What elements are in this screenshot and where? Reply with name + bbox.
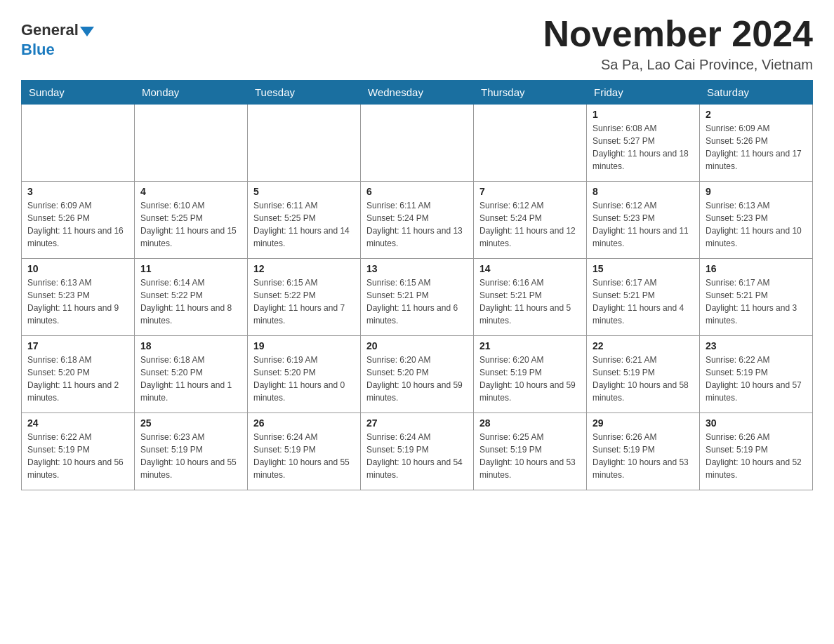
calendar-table: Sunday Monday Tuesday Wednesday Thursday… [21,80,813,490]
day-info-line: Sunset: 5:26 PM [27,212,128,224]
day-info-line: Sunset: 5:27 PM [593,135,694,147]
day-number: 3 [27,186,128,197]
day-info-line: Sunset: 5:22 PM [253,289,355,302]
day-info-line: Sunset: 5:19 PM [706,366,807,379]
day-info-line: Sunrise: 6:22 AM [27,431,128,443]
day-info-line: Sunrise: 6:24 AM [366,431,468,443]
day-info-line: Sunset: 5:19 PM [479,443,581,456]
day-info-line: Daylight: 11 hours and 18 minutes. [593,147,694,173]
day-number: 5 [253,186,355,197]
day-number: 13 [366,263,468,274]
day-number: 19 [253,340,355,351]
day-info-line: Sunrise: 6:23 AM [140,431,241,443]
day-info-line: Daylight: 10 hours and 59 minutes. [366,379,468,404]
day-info-line: Sunrise: 6:22 AM [706,354,807,366]
day-number: 7 [479,186,581,197]
calendar-cell [361,105,474,182]
day-info-line: Sunset: 5:19 PM [140,443,241,456]
day-number: 27 [366,417,468,429]
day-info-line: Sunset: 5:20 PM [27,366,128,379]
day-info-line: Daylight: 10 hours and 59 minutes. [479,379,581,404]
day-info-line: Sunrise: 6:08 AM [593,122,694,135]
day-info-line: Sunrise: 6:09 AM [27,199,128,212]
day-info-line: Daylight: 11 hours and 0 minutes. [253,379,355,404]
calendar-cell: 18Sunrise: 6:18 AMSunset: 5:20 PMDayligh… [135,336,248,413]
logo: General Blue [21,21,94,59]
day-info-line: Daylight: 10 hours and 54 minutes. [366,456,468,481]
calendar-cell: 8Sunrise: 6:12 AMSunset: 5:23 PMDaylight… [587,182,700,259]
week-row-1: 1Sunrise: 6:08 AMSunset: 5:27 PMDaylight… [22,105,813,182]
day-info-line: Daylight: 10 hours and 53 minutes. [479,456,581,481]
day-info-line: Daylight: 11 hours and 2 minutes. [27,379,128,404]
day-info-line: Sunset: 5:23 PM [706,212,807,224]
day-info-line: Sunset: 5:19 PM [593,366,694,379]
calendar-cell: 28Sunrise: 6:25 AMSunset: 5:19 PMDayligh… [474,413,587,490]
day-info-line: Sunrise: 6:15 AM [253,276,355,289]
day-info-line: Sunrise: 6:11 AM [366,199,468,212]
day-number: 8 [593,186,694,197]
day-info-line: Sunset: 5:20 PM [140,366,241,379]
day-number: 14 [479,263,581,274]
calendar-cell: 15Sunrise: 6:17 AMSunset: 5:21 PMDayligh… [587,259,700,336]
day-info-line: Sunrise: 6:12 AM [593,199,694,212]
day-info-line: Sunrise: 6:10 AM [140,199,241,212]
header-friday: Friday [587,81,700,105]
calendar-cell: 27Sunrise: 6:24 AMSunset: 5:19 PMDayligh… [361,413,474,490]
day-number: 28 [479,417,581,429]
day-info-line: Daylight: 11 hours and 10 minutes. [706,224,807,250]
day-info-line: Sunrise: 6:15 AM [366,276,468,289]
day-info-line: Sunset: 5:21 PM [593,289,694,302]
calendar-cell: 4Sunrise: 6:10 AMSunset: 5:25 PMDaylight… [135,182,248,259]
day-info-line: Sunrise: 6:13 AM [706,199,807,212]
day-info-line: Sunrise: 6:12 AM [479,199,581,212]
calendar-cell: 5Sunrise: 6:11 AMSunset: 5:25 PMDaylight… [248,182,361,259]
header-thursday: Thursday [474,81,587,105]
calendar-cell: 24Sunrise: 6:22 AMSunset: 5:19 PMDayligh… [22,413,135,490]
location-subtitle: Sa Pa, Lao Cai Province, Vietnam [543,57,813,73]
calendar-cell [22,105,135,182]
day-number: 26 [253,417,355,429]
calendar-cell: 19Sunrise: 6:19 AMSunset: 5:20 PMDayligh… [248,336,361,413]
header-monday: Monday [135,81,248,105]
page-header: General Blue November 2024 Sa Pa, Lao Ca… [21,14,813,73]
logo-general-text: General [21,21,79,39]
day-info-line: Sunset: 5:25 PM [253,212,355,224]
day-number: 1 [593,109,694,120]
week-row-4: 17Sunrise: 6:18 AMSunset: 5:20 PMDayligh… [22,336,813,413]
day-info-line: Sunset: 5:21 PM [706,289,807,302]
calendar-cell [474,105,587,182]
logo-blue-text: Blue [21,41,55,59]
day-number: 9 [706,186,807,197]
day-info-line: Sunrise: 6:14 AM [140,276,241,289]
day-info-line: Daylight: 11 hours and 4 minutes. [593,302,694,327]
calendar-cell [248,105,361,182]
day-info-line: Daylight: 11 hours and 3 minutes. [706,302,807,327]
day-info-line: Sunrise: 6:17 AM [593,276,694,289]
day-number: 18 [140,340,241,351]
day-number: 25 [140,417,241,429]
header-sunday: Sunday [22,81,135,105]
day-info-line: Sunrise: 6:20 AM [366,354,468,366]
day-info-line: Sunrise: 6:25 AM [479,431,581,443]
calendar-cell: 25Sunrise: 6:23 AMSunset: 5:19 PMDayligh… [135,413,248,490]
month-title: November 2024 [543,14,813,54]
calendar-cell: 10Sunrise: 6:13 AMSunset: 5:23 PMDayligh… [22,259,135,336]
day-info-line: Sunset: 5:21 PM [479,289,581,302]
day-info-line: Daylight: 11 hours and 12 minutes. [479,224,581,250]
day-info-line: Sunrise: 6:13 AM [27,276,128,289]
day-number: 11 [140,263,241,274]
day-info-line: Daylight: 11 hours and 8 minutes. [140,302,241,327]
day-info-line: Sunrise: 6:17 AM [706,276,807,289]
day-info-line: Daylight: 10 hours and 53 minutes. [593,456,694,481]
day-info-line: Daylight: 11 hours and 9 minutes. [27,302,128,327]
day-info-line: Daylight: 11 hours and 6 minutes. [366,302,468,327]
day-info-line: Daylight: 10 hours and 55 minutes. [253,456,355,481]
day-info-line: Sunset: 5:19 PM [479,366,581,379]
calendar-cell: 11Sunrise: 6:14 AMSunset: 5:22 PMDayligh… [135,259,248,336]
title-section: November 2024 Sa Pa, Lao Cai Province, V… [543,14,813,73]
week-row-5: 24Sunrise: 6:22 AMSunset: 5:19 PMDayligh… [22,413,813,490]
day-info-line: Sunset: 5:19 PM [593,443,694,456]
logo-triangle-icon [80,27,94,36]
day-info-line: Daylight: 11 hours and 17 minutes. [706,147,807,173]
day-number: 21 [479,340,581,351]
